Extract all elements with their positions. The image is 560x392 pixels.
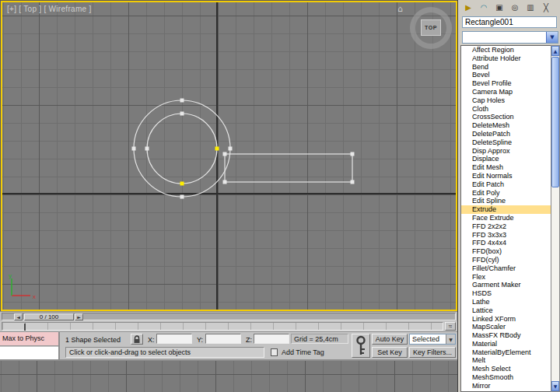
modifier-option[interactable]: FFD(cyl)	[461, 256, 551, 264]
modifier-option[interactable]: Linked XForm	[461, 315, 551, 324]
z-coord-label: Z:	[246, 336, 252, 344]
modifier-option[interactable]: Fillet/Chamfer	[461, 264, 551, 273]
track-bar[interactable]: ≈	[0, 321, 457, 331]
modifier-option[interactable]: Edit Normals	[461, 172, 551, 180]
modifier-option[interactable]: Mirror	[461, 382, 551, 390]
viewcube-home-icon[interactable]: ⌂	[397, 4, 403, 14]
key-filters-button[interactable]: Key Filters...	[409, 347, 456, 358]
modifier-list-combobox[interactable]: ▼	[462, 31, 558, 44]
modifier-option[interactable]: DeleteMesh	[461, 121, 551, 130]
modifier-option[interactable]: Lattice	[461, 306, 551, 315]
viewport-pov-menu[interactable]: [ Top ]	[19, 5, 41, 13]
listener-macro-line[interactable]: Max to Physc	[0, 332, 58, 346]
time-slider-handle[interactable]: 0 / 100	[24, 313, 74, 320]
modifier-option[interactable]: Affect Region	[461, 46, 551, 54]
modifier-option[interactable]: Garment Maker	[461, 281, 551, 289]
modifier-option[interactable]: Face Extrude	[461, 214, 551, 222]
modifier-dropdown-list: Affect RegionAttribute HolderBendBevelBe…	[460, 45, 551, 392]
modifier-option[interactable]: FFD(box)	[461, 247, 551, 256]
viewcube[interactable]: TOP	[410, 7, 452, 49]
modifier-option[interactable]: DeletePatch	[461, 130, 551, 138]
key-mode-dropdown[interactable]: Selected ▼	[409, 334, 456, 345]
object-name-field[interactable]	[462, 16, 557, 28]
viewport-shading-menu[interactable]: [ Wireframe ]	[44, 5, 91, 13]
viewport-grid[interactable]	[2, 2, 456, 310]
mini-curve-editor-icon[interactable]: ≈	[445, 322, 456, 331]
modifier-option[interactable]: CrossSection	[461, 113, 551, 121]
viewport-general-menu[interactable]: [+]	[7, 5, 16, 13]
auto-key-button[interactable]: Auto Key	[372, 334, 408, 345]
z-coord-field[interactable]	[254, 334, 289, 344]
lock-icon	[133, 335, 141, 344]
modifier-option[interactable]: Edit Patch	[461, 180, 551, 189]
command-panel-tabs: ▶ ◠ ▣ ◎ ▥ ╳	[461, 2, 558, 14]
modifier-option[interactable]: Melt	[461, 356, 551, 365]
modifier-option[interactable]: Cloth	[461, 105, 551, 114]
current-frame-marker[interactable]	[24, 324, 26, 331]
modifier-option[interactable]: MassFX RBody	[461, 331, 551, 340]
modifier-option[interactable]: FFD 4x4x4	[461, 239, 551, 247]
modifier-option[interactable]: MapScaler	[461, 323, 551, 331]
next-frame-icon[interactable]: ►	[75, 313, 83, 320]
grid-axis-horizontal	[2, 193, 456, 194]
modifier-option[interactable]: Displace	[461, 155, 551, 163]
motion-tab-icon[interactable]: ◎	[508, 2, 522, 13]
viewport-top[interactable]: [+][ Top ][ Wireframe ] ⌂ TOP x y	[1, 1, 457, 311]
key-mode-value: Selected	[412, 335, 439, 343]
x-coord-label: X:	[148, 336, 155, 344]
viewport-bottom-strip[interactable]	[0, 359, 457, 392]
modifier-option[interactable]: Extrude	[461, 205, 551, 214]
modifier-option[interactable]: FFD 2x2x2	[461, 222, 551, 231]
prompt-line: Click or click-and-drag to select object…	[65, 347, 264, 358]
add-time-tag-button[interactable]: Add Time Tag	[282, 348, 324, 356]
modify-tab-icon[interactable]: ◠	[477, 2, 491, 13]
modifier-option[interactable]: Cap Holes	[461, 96, 551, 105]
scroll-up-icon[interactable]: ▲	[551, 46, 559, 56]
modifier-option[interactable]: MeshSmooth	[461, 373, 551, 382]
set-keys-button[interactable]	[352, 334, 370, 358]
modifier-option[interactable]: Attribute Holder	[461, 54, 551, 63]
viewcube-top-face[interactable]: TOP	[421, 19, 441, 36]
modifier-option[interactable]: Disp Approx	[461, 147, 551, 156]
previous-frame-icon[interactable]: ◄	[14, 313, 23, 320]
modifier-option[interactable]: Bend	[461, 63, 551, 72]
modifier-option[interactable]: Camera Map	[461, 88, 551, 96]
time-tag-icon	[271, 348, 278, 356]
modifier-option[interactable]: FFD 3x3x3	[461, 231, 551, 240]
scroll-down-icon[interactable]: ▼	[551, 381, 559, 391]
grid-axis-vertical	[216, 2, 218, 310]
track-bar-ruler[interactable]	[2, 322, 443, 331]
modifier-option[interactable]: Material	[461, 340, 551, 348]
selection-lock-button[interactable]	[131, 334, 143, 345]
axis-x-label: x	[33, 293, 36, 300]
modifier-option[interactable]: Edit Mesh	[461, 163, 551, 172]
modifier-option[interactable]: Mesh Select	[461, 365, 551, 373]
combo-dropdown-icon[interactable]: ▼	[546, 32, 558, 43]
key-mode-dropdown-icon[interactable]: ▼	[446, 334, 455, 344]
time-slider-track[interactable]: ◄ 0 / 100 ►	[2, 313, 456, 320]
create-tab-icon[interactable]: ▶	[461, 2, 475, 13]
modifier-option[interactable]: Edit Poly	[461, 189, 551, 198]
3ds-max-window: [+][ Top ][ Wireframe ] ⌂ TOP x y ▶ ◠ ▣ …	[0, 0, 560, 392]
utilities-tab-icon[interactable]: ╳	[539, 2, 553, 13]
modifier-option[interactable]: HSDS	[461, 289, 551, 298]
modifier-option[interactable]: MaterialByElement	[461, 348, 551, 357]
listener-script-line[interactable]	[0, 347, 58, 360]
display-tab-icon[interactable]: ▥	[523, 2, 537, 13]
scrollbar-thumb[interactable]	[551, 57, 559, 187]
maxscript-mini-listener[interactable]: Max to Physc	[0, 332, 60, 360]
modifier-option[interactable]: Lathe	[461, 298, 551, 306]
hierarchy-tab-icon[interactable]: ▣	[492, 2, 506, 13]
modifier-option[interactable]: Flex	[461, 273, 551, 282]
modifier-option[interactable]: Bevel	[461, 71, 551, 79]
modifier-option[interactable]: DeleteSpline	[461, 138, 551, 147]
y-coord-field[interactable]	[205, 334, 241, 344]
modifier-list-scrollbar[interactable]: ▲ ▼	[551, 45, 560, 392]
modifier-option[interactable]: Bevel Profile	[461, 79, 551, 88]
axis-y-label: y	[9, 274, 12, 279]
x-coord-field[interactable]	[156, 334, 192, 344]
modifier-option[interactable]: Edit Spline	[461, 197, 551, 205]
set-key-button[interactable]: Set Key	[372, 347, 408, 358]
time-slider[interactable]: ◄ 0 / 100 ►	[0, 311, 457, 321]
viewport-label: [+][ Top ][ Wireframe ]	[7, 5, 94, 13]
